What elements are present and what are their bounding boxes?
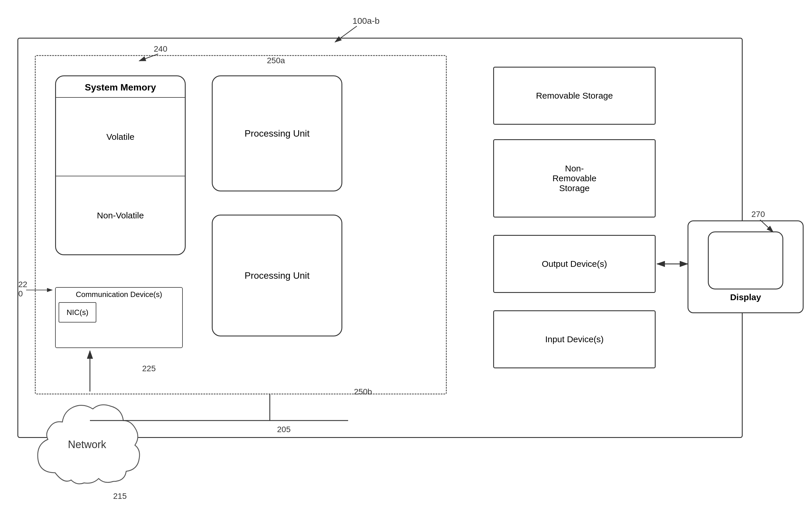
system-memory-box: System Memory Volatile Non-Volatile: [55, 75, 186, 255]
processing-unit-b: Processing Unit: [212, 215, 342, 336]
communication-device-box: Communication Device(s) NIC(s): [55, 287, 183, 348]
display-label: Display: [730, 292, 761, 302]
svg-text:Network: Network: [68, 439, 106, 451]
input-devices-box: Input Device(s): [493, 310, 656, 368]
nic-box: NIC(s): [59, 302, 96, 323]
non-removable-storage-box: Non- Removable Storage: [493, 139, 656, 218]
non-volatile-section: Non-Volatile: [56, 176, 185, 254]
network-cloud: Network: [26, 392, 148, 502]
display-screen: [708, 232, 783, 290]
volatile-section: Volatile: [56, 98, 185, 176]
svg-text:100a-b: 100a-b: [352, 16, 379, 26]
processing-unit-a: Processing Unit: [212, 75, 342, 191]
svg-text:270: 270: [751, 210, 765, 219]
display-box: Display: [687, 220, 803, 313]
comm-device-title: Communication Device(s): [56, 288, 182, 301]
diagram: System Memory Volatile Non-Volatile Proc…: [0, 0, 812, 529]
output-devices-box: Output Device(s): [493, 235, 656, 293]
removable-storage-box: Removable Storage: [493, 67, 656, 125]
system-memory-title: System Memory: [56, 76, 185, 98]
